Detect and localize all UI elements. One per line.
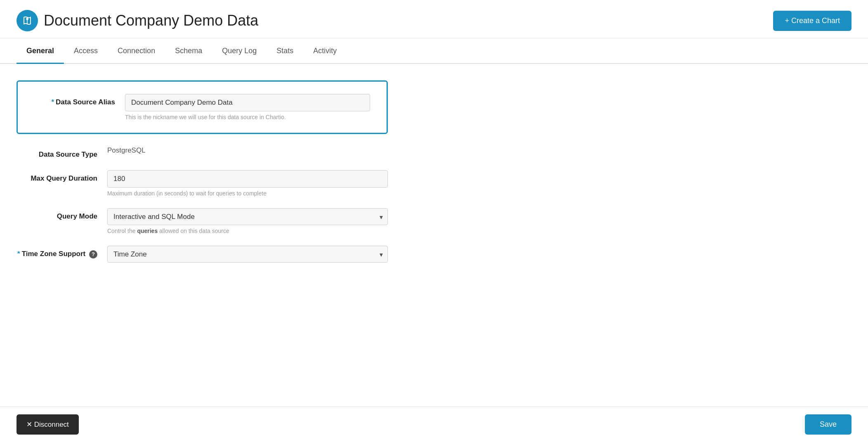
max-query-duration-hint: Maximum duration (in seconds) to wait fo… [107,190,388,197]
time-zone-control-wrap: Time ZoneUTCNone ▾ [107,246,388,263]
time-zone-row: *Time Zone Support ? Time ZoneUTCNone ▾ [17,246,388,263]
alias-input[interactable] [125,94,370,111]
alias-row: *Data Source Alias This is the nickname … [34,94,370,120]
query-mode-select-wrap: Interactive and SQL ModeInteractive Mode… [107,208,388,225]
query-mode-label: Query Mode [17,208,107,221]
max-query-duration-control-wrap: Maximum duration (in seconds) to wait fo… [107,170,388,197]
tab-connection[interactable]: Connection [108,38,165,64]
tab-stats[interactable]: Stats [267,38,303,64]
query-mode-hint-suffix: allowed on this data source [158,228,229,234]
svg-point-1 [26,18,28,20]
header: Document Company Demo Data + Create a Ch… [0,0,868,38]
max-query-duration-input[interactable] [107,170,388,188]
query-mode-hint-prefix: Control the [107,228,137,234]
time-zone-help-icon[interactable]: ? [89,250,97,259]
alias-label: *Data Source Alias [34,94,125,106]
query-mode-hint: Control the queries allowed on this data… [107,228,388,234]
query-mode-select[interactable]: Interactive and SQL ModeInteractive Mode… [107,208,388,225]
create-chart-button[interactable]: + Create a Chart [773,11,851,31]
type-row: Data Source Type PostgreSQL [17,146,388,159]
alias-section: *Data Source Alias This is the nickname … [17,80,388,134]
type-value: PostgreSQL [107,142,146,154]
alias-control-wrap: This is the nickname we will use for thi… [125,94,370,120]
type-label: Data Source Type [17,146,107,159]
type-control-wrap: PostgreSQL [107,146,388,155]
tab-activity[interactable]: Activity [303,38,347,64]
query-mode-row: Query Mode Interactive and SQL ModeInter… [17,208,388,234]
tab-access[interactable]: Access [64,38,108,64]
tab-schema[interactable]: Schema [165,38,212,64]
alias-hint: This is the nickname we will use for thi… [125,114,370,120]
header-left: Document Company Demo Data [17,10,258,31]
tab-query-log[interactable]: Query Log [212,38,267,64]
tab-general[interactable]: General [17,38,64,64]
disconnect-button[interactable]: ✕ Disconnect [17,414,79,435]
time-zone-select[interactable]: Time ZoneUTCNone [107,246,388,263]
footer: ✕ Disconnect Save [0,407,868,442]
time-zone-label: *Time Zone Support ? [17,246,107,259]
tabs-bar: General Access Connection Schema Query L… [0,38,868,64]
query-mode-hint-bold: queries [137,228,158,234]
time-zone-required-marker: * [17,250,20,258]
max-query-duration-label: Max Query Duration [17,170,107,183]
query-mode-control-wrap: Interactive and SQL ModeInteractive Mode… [107,208,388,234]
save-button[interactable]: Save [805,414,851,435]
main-content: *Data Source Alias This is the nickname … [0,64,495,315]
page-title: Document Company Demo Data [44,12,258,29]
logo-icon [17,10,38,31]
alias-required-marker: * [51,98,54,106]
max-query-duration-row: Max Query Duration Maximum duration (in … [17,170,388,197]
time-zone-select-wrap: Time ZoneUTCNone ▾ [107,246,388,263]
